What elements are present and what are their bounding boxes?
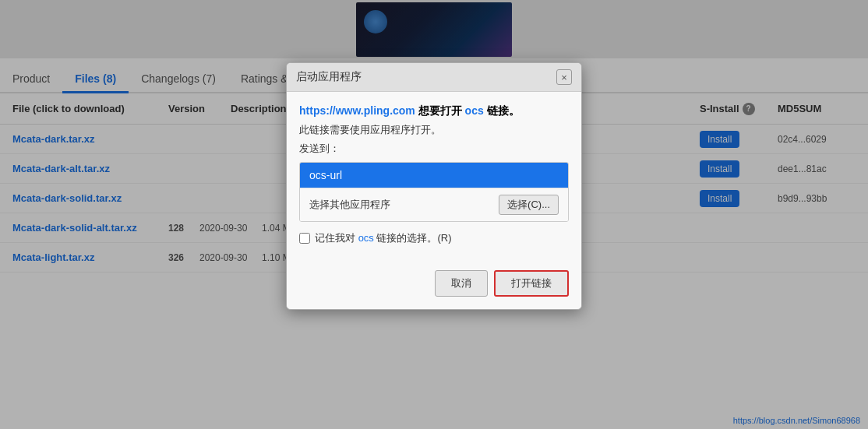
- dialog-message-sub: 此链接需要使用应用程序打开。: [299, 123, 569, 137]
- dialog-footer: 取消 打开链接: [287, 270, 581, 309]
- app-item-selected[interactable]: ocs-url: [300, 163, 568, 188]
- ocs-label: ocs: [358, 232, 374, 244]
- app-list: ocs-url 选择其他应用程序 选择(C)...: [299, 162, 569, 222]
- remember-checkbox[interactable]: [299, 233, 310, 244]
- dialog: 启动应用程序 × https://www.pling.com 想要打开 ocs …: [286, 62, 582, 310]
- select-app-button[interactable]: 选择(C)...: [499, 195, 559, 215]
- dialog-send-to-label: 发送到：: [299, 142, 569, 156]
- app-other-label: 选择其他应用程序: [309, 198, 390, 212]
- dialog-message-main: https://www.pling.com 想要打开 ocs 链接。: [299, 104, 569, 118]
- dialog-body: https://www.pling.com 想要打开 ocs 链接。 此链接需要…: [287, 92, 581, 270]
- app-item-other: 选择其他应用程序 选择(C)...: [300, 188, 568, 221]
- dialog-url: https://www.pling.com: [299, 104, 415, 117]
- open-link-button[interactable]: 打开链接: [494, 270, 569, 297]
- dialog-title: 启动应用程序: [296, 70, 362, 84]
- dialog-protocol: ocs: [465, 104, 484, 117]
- page-background: Product Files (8) Changelogs (7) Ratings…: [0, 0, 868, 429]
- dialog-close-button[interactable]: ×: [556, 69, 572, 85]
- cancel-button[interactable]: 取消: [435, 270, 488, 297]
- checkbox-area: 记住我对 ocs 链接的选择。(R): [299, 231, 569, 245]
- dialog-titlebar: 启动应用程序 ×: [287, 63, 581, 92]
- checkbox-label[interactable]: 记住我对 ocs 链接的选择。(R): [315, 231, 452, 245]
